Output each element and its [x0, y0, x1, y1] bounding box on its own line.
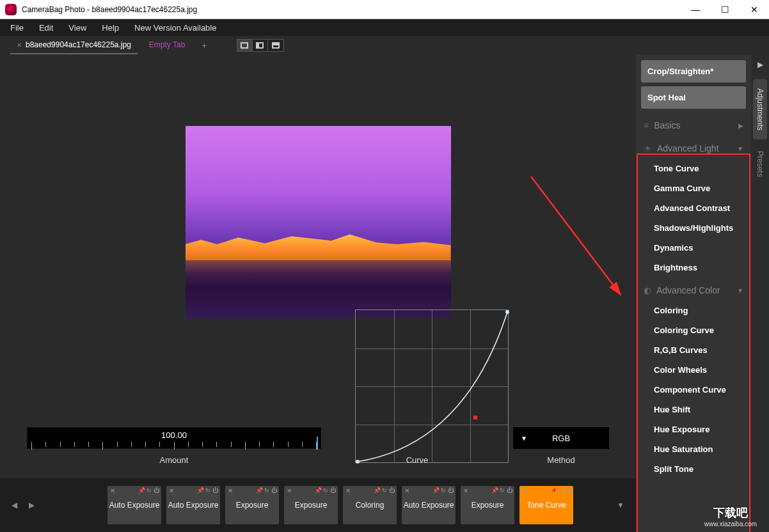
adj-item-coloring[interactable]: Coloring — [641, 301, 746, 320]
tab-empty[interactable]: Empty Tab — [143, 36, 191, 54]
annotation-red-dot — [473, 416, 477, 419]
adj-item-split-tone[interactable]: Split Tone — [641, 459, 746, 479]
adj-item-hue-shift[interactable]: Hue Shift — [641, 400, 746, 419]
filter-chip-5[interactable]: ✕📌 ↻ ⏻Auto Exposure — [402, 486, 456, 524]
side-tab-adjustments[interactable]: Adjustments — [753, 79, 767, 139]
method-block: ▼ RGB Method — [513, 427, 609, 465]
chevron-down-icon: ▼ — [737, 287, 743, 294]
chip-toolbar-icons: 📌 ↻ ⏻ — [550, 487, 571, 494]
tab-row: ✕ b8aeed9904ac17ec46225a.jpg Empty Tab + — [0, 36, 769, 55]
slider-cursor-icon[interactable] — [317, 437, 318, 450]
expand-panel-icon[interactable]: ▶ — [757, 60, 763, 69]
close-tab-icon[interactable]: ✕ — [17, 42, 22, 49]
tab-active[interactable]: ✕ b8aeed9904ac17ec46225a.jpg — [10, 36, 138, 54]
tab-active-label: b8aeed9904ac17ec46225a.jpg — [26, 40, 131, 49]
chip-close-icon[interactable]: ✕ — [287, 487, 292, 495]
chip-toolbar-icons: 📌 ↻ ⏻ — [197, 487, 218, 494]
side-tab-presets[interactable]: Presets — [753, 142, 767, 186]
side-tabs: ▶ Adjustments Presets — [751, 55, 769, 532]
menu-edit[interactable]: Edit — [31, 20, 61, 35]
view-split-v-icon[interactable] — [268, 40, 283, 51]
minimize-button[interactable]: — — [681, 0, 710, 19]
chip-toolbar-icons: 📌 ↻ ⏻ — [491, 487, 512, 494]
method-value: RGB — [552, 434, 570, 443]
method-label: Method — [513, 455, 609, 465]
amount-slider[interactable]: 100.00 — [27, 427, 321, 449]
amount-label: Amount — [27, 455, 321, 465]
annotation-arrow — [512, 164, 640, 317]
chip-label: Exposure — [236, 501, 269, 510]
menu-new-version[interactable]: New Version Available — [127, 20, 224, 35]
canvas-area: 100.00 Amount Curve — [0, 55, 636, 532]
svg-line-2 — [531, 176, 621, 295]
adj-item-hue-saturation[interactable]: Hue Saturation — [641, 439, 746, 459]
chip-close-icon[interactable]: ✕ — [522, 487, 527, 495]
window-titlebar: CameraBag Photo - b8aeed9904ac17ec46225a… — [0, 0, 769, 19]
chevron-right-icon: ▶ — [738, 122, 743, 129]
view-single-icon[interactable] — [237, 40, 253, 51]
menu-view[interactable]: View — [61, 20, 94, 35]
image-preview — [186, 126, 451, 318]
filter-strip: ◀ ▶ ✕📌 ↻ ⏻Auto Exposure✕📌 ↻ ⏻Auto Exposu… — [0, 478, 636, 532]
adj-item-coloring-curve[interactable]: Coloring Curve — [641, 320, 746, 340]
svg-point-1 — [505, 310, 509, 314]
basics-section-header[interactable]: ≡ Basics ▶ — [641, 113, 746, 136]
caret-down-icon: ▼ — [521, 435, 527, 442]
strip-prev-button[interactable]: ◀ — [9, 498, 20, 512]
adj-item-r-g-b-curves[interactable]: R,G,B Curves — [641, 340, 746, 360]
amount-value: 100.00 — [28, 430, 321, 440]
chip-label: Coloring — [356, 501, 384, 510]
maximize-button[interactable]: ☐ — [710, 0, 740, 19]
filter-chip-7[interactable]: ✕📌 ↻ ⏻Tone Curve — [519, 486, 573, 524]
basics-label: Basics — [654, 120, 680, 130]
chip-close-icon[interactable]: ✕ — [345, 487, 351, 495]
curve-block: Curve — [340, 427, 494, 465]
chip-label: Auto Exposure — [168, 501, 219, 510]
adj-item-advanced-contrast[interactable]: Advanced Contrast — [641, 198, 746, 218]
window-controls: — ☐ ✕ — [681, 0, 769, 19]
adj-item-hue-exposure[interactable]: Hue Exposure — [641, 419, 746, 439]
curve-label: Curve — [340, 455, 494, 465]
filter-chip-6[interactable]: ✕📌 ↻ ⏻Exposure — [461, 486, 514, 524]
add-tab-button[interactable]: + — [196, 38, 212, 53]
menu-file[interactable]: File — [3, 20, 31, 35]
chip-close-icon[interactable]: ✕ — [110, 487, 115, 495]
palette-icon: ◐ — [644, 285, 651, 295]
chip-close-icon[interactable]: ✕ — [228, 487, 233, 495]
canvas-viewport[interactable] — [0, 55, 636, 427]
adj-item-tone-curve[interactable]: Tone Curve — [641, 159, 746, 178]
amount-slider-block: 100.00 Amount — [27, 427, 321, 465]
controls-row: 100.00 Amount Curve — [0, 427, 636, 478]
filter-chip-4[interactable]: ✕📌 ↻ ⏻Coloring — [343, 486, 397, 524]
filter-chip-3[interactable]: ✕📌 ↻ ⏻Exposure — [284, 486, 338, 524]
crop-straighten-button[interactable]: Crop/Straighten* — [641, 60, 746, 82]
chip-label: Exposure — [295, 501, 328, 510]
chip-close-icon[interactable]: ✕ — [404, 487, 409, 495]
adjustments-panel: Crop/Straighten* Spot Heal ≡ Basics ▶ ☀ … — [636, 55, 751, 532]
chip-toolbar-icons: 📌 ↻ ⏻ — [138, 487, 159, 494]
chip-close-icon[interactable]: ✕ — [463, 487, 468, 495]
advanced-color-header[interactable]: ◐ Advanced Color ▼ — [641, 278, 746, 301]
chip-close-icon[interactable]: ✕ — [169, 487, 174, 495]
adj-item-gamma-curve[interactable]: Gamma Curve — [641, 178, 746, 198]
menu-help[interactable]: Help — [94, 20, 127, 35]
app-icon — [5, 4, 17, 15]
view-split-h-icon[interactable] — [253, 40, 268, 51]
window-title: CameraBag Photo - b8aeed9904ac17ec46225a… — [22, 5, 197, 14]
filter-chip-0[interactable]: ✕📌 ↻ ⏻Auto Exposure — [107, 486, 161, 524]
strip-dropdown-button[interactable]: ▼ — [614, 498, 627, 512]
advanced-light-header[interactable]: ☀ Advanced Light ▼ — [641, 136, 746, 159]
strip-next-button[interactable]: ▶ — [26, 498, 37, 512]
filter-chip-1[interactable]: ✕📌 ↻ ⏻Auto Exposure — [166, 486, 220, 524]
filter-chips: ✕📌 ↻ ⏻Auto Exposure✕📌 ↻ ⏻Auto Exposure✕📌… — [107, 486, 573, 524]
spot-heal-button[interactable]: Spot Heal — [641, 86, 746, 109]
adj-item-shadows-highlights[interactable]: Shadows/Highlights — [641, 218, 746, 238]
filter-chip-2[interactable]: ✕📌 ↻ ⏻Exposure — [225, 486, 279, 524]
adj-item-dynamics[interactable]: Dynamics — [641, 238, 746, 258]
method-select[interactable]: ▼ RGB — [513, 427, 609, 449]
close-button[interactable]: ✕ — [740, 0, 769, 19]
adj-item-color-wheels[interactable]: Color Wheels — [641, 360, 746, 380]
menu-bar: File Edit View Help New Version Availabl… — [0, 19, 769, 36]
adj-item-component-curve[interactable]: Component Curve — [641, 380, 746, 400]
adj-item-brightness[interactable]: Brightness — [641, 258, 746, 278]
